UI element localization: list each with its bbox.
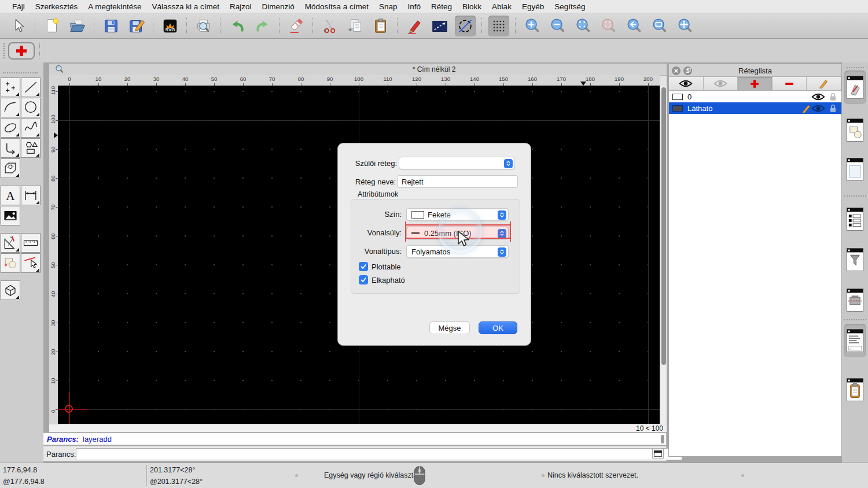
ruler-label: 120 xyxy=(412,76,421,82)
dock-filter-panel-button[interactable] xyxy=(844,243,866,276)
layer-visibility-eye-icon[interactable] xyxy=(811,104,825,113)
history-scrollbar-thumb[interactable] xyxy=(661,435,664,443)
add-pen-button[interactable] xyxy=(8,42,35,60)
color-select[interactable]: Fekete xyxy=(406,208,509,221)
save-icon[interactable] xyxy=(101,16,122,36)
spline-tool[interactable] xyxy=(21,118,41,138)
zoom-in-icon[interactable] xyxy=(522,16,543,36)
menu-item[interactable]: Módosítsa a címet xyxy=(300,2,374,11)
lineweight-select[interactable]: 0.25mm (ISO) xyxy=(406,227,509,239)
svg-text:A: A xyxy=(6,189,15,203)
layer-name-input[interactable] xyxy=(398,175,518,188)
menu-item[interactable]: Blokk xyxy=(457,2,487,11)
layer-row[interactable]: 0 xyxy=(669,91,841,102)
add-layer-button[interactable] xyxy=(738,77,773,90)
command-window-toggle-button[interactable] xyxy=(652,448,664,459)
hatch-tool[interactable] xyxy=(1,158,20,178)
command-input[interactable] xyxy=(76,448,682,460)
zoom-out-icon[interactable] xyxy=(547,16,568,36)
toolbar-drag-handle[interactable] xyxy=(3,43,7,58)
image-tool[interactable] xyxy=(1,206,20,225)
menu-item[interactable]: Infó xyxy=(403,2,426,11)
layer-lock-icon[interactable] xyxy=(829,103,837,113)
layer-edit-pencil-icon[interactable] xyxy=(801,103,811,113)
vertical-scrollbar[interactable] xyxy=(660,86,667,424)
copy-icon[interactable] xyxy=(345,16,366,36)
ellipse-tool[interactable] xyxy=(1,118,20,138)
delete-icon[interactable] xyxy=(286,16,307,36)
layer-lock-icon[interactable] xyxy=(829,92,837,101)
plottable-checkbox[interactable] xyxy=(359,262,368,271)
drawing-window-titlebar[interactable]: * Cím nélkül 2 xyxy=(49,64,667,76)
layer-row[interactable]: Látható xyxy=(669,102,841,114)
grid-toggle-icon[interactable] xyxy=(488,16,509,36)
menu-item[interactable]: Dimenzió xyxy=(256,2,299,11)
solid-tool[interactable] xyxy=(1,280,20,300)
palette-drag-handle[interactable] xyxy=(3,72,38,75)
dock-separator xyxy=(844,195,866,197)
order-tool[interactable] xyxy=(1,253,20,273)
paste-icon[interactable] xyxy=(370,16,391,36)
parent-layer-select[interactable] xyxy=(399,157,515,169)
svg-export-icon[interactable]: SVG xyxy=(160,16,181,36)
selection-cursor-icon[interactable] xyxy=(8,16,29,36)
cancel-button[interactable]: Mégse xyxy=(429,321,470,334)
menu-item[interactable]: Fájl xyxy=(7,2,30,11)
menu-item[interactable]: Ablak xyxy=(487,2,517,11)
ok-button[interactable]: OK xyxy=(479,321,517,334)
text-tool[interactable]: A xyxy=(1,186,20,205)
arc-tool[interactable] xyxy=(1,98,20,117)
snappable-checkbox[interactable] xyxy=(359,275,368,284)
dock-clipboard-panel-button[interactable] xyxy=(844,373,866,406)
zoom-auto-icon[interactable] xyxy=(573,16,594,36)
menu-item[interactable]: Szerkesztés xyxy=(30,2,83,11)
menu-item[interactable]: Segítség xyxy=(549,2,590,11)
dock-drag-handle[interactable] xyxy=(847,67,864,68)
dock-list-panel-button[interactable] xyxy=(844,202,866,236)
cut-icon[interactable] xyxy=(319,16,340,36)
line-tool[interactable] xyxy=(21,77,41,97)
menu-item[interactable]: Snap xyxy=(374,2,403,11)
dock-command-panel-button[interactable] xyxy=(844,324,866,357)
menu-item[interactable]: Rajzol xyxy=(225,2,257,11)
dimension-tool[interactable] xyxy=(21,186,41,205)
dock-layer-panel-button[interactable] xyxy=(844,71,866,104)
open-file-icon[interactable] xyxy=(67,16,88,36)
zoom-previous-icon[interactable] xyxy=(624,16,645,36)
print-preview-icon[interactable] xyxy=(193,16,214,36)
draft-mode-icon[interactable] xyxy=(455,16,476,36)
modify-tool[interactable] xyxy=(21,253,41,273)
menu-item[interactable]: Réteg xyxy=(426,2,457,11)
dock-tool-panel-button[interactable] xyxy=(844,283,866,317)
save-as-icon[interactable] xyxy=(126,16,147,36)
circle-tool[interactable] xyxy=(21,98,41,117)
panel-titlebar[interactable]: Réteglista xyxy=(669,64,841,77)
polygon-tool[interactable] xyxy=(21,138,41,158)
scrollbar-thumb[interactable] xyxy=(661,87,666,365)
zoom-window-icon[interactable] xyxy=(649,16,670,36)
zoom-selection-icon[interactable] xyxy=(598,16,619,36)
dock-block-panel-button[interactable] xyxy=(844,113,866,147)
draw-pencil-icon[interactable] xyxy=(404,16,425,36)
new-document-icon[interactable] xyxy=(42,16,62,36)
points-tool[interactable] xyxy=(1,77,20,97)
zoom-pan-icon[interactable] xyxy=(675,16,696,36)
remove-layer-button[interactable] xyxy=(773,77,807,90)
line-attributes-icon[interactable] xyxy=(429,16,450,36)
measure-tool[interactable] xyxy=(21,233,41,253)
linetype-select[interactable]: Folyamatos xyxy=(406,245,509,258)
drafting-tool[interactable] xyxy=(1,233,20,253)
ruler-label: 90 xyxy=(327,76,333,82)
hide-all-layers-button[interactable] xyxy=(704,77,738,90)
menu-item[interactable]: Egyéb xyxy=(517,2,549,11)
undo-icon[interactable] xyxy=(227,16,248,36)
menu-item[interactable]: A megtekintése xyxy=(83,2,146,11)
horizontal-scrollbar[interactable]: 10 < 100 xyxy=(49,424,667,432)
polyline-tool[interactable] xyxy=(1,138,20,158)
show-all-layers-button[interactable] xyxy=(669,77,704,90)
redo-icon[interactable] xyxy=(252,16,273,36)
layer-visibility-eye-icon[interactable] xyxy=(811,93,825,101)
menu-item[interactable]: Válassza ki a címet xyxy=(147,2,225,11)
edit-layer-button[interactable] xyxy=(807,77,841,90)
dock-library-panel-button[interactable] xyxy=(844,153,866,186)
